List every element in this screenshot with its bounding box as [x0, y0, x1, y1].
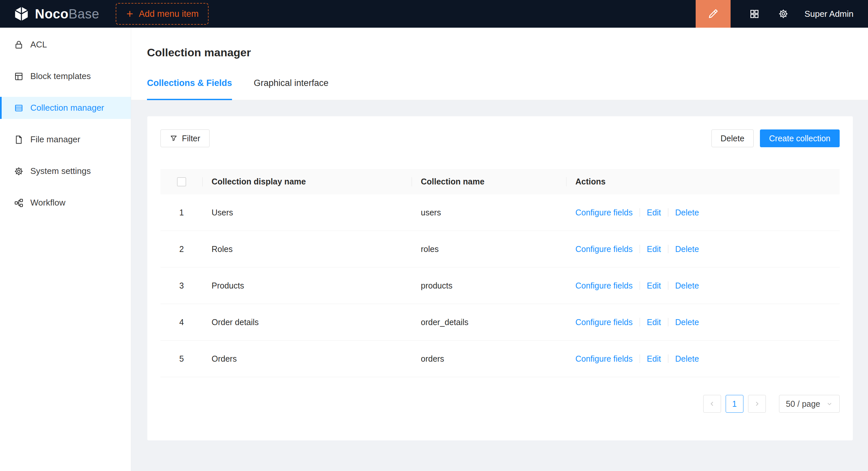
cell-actions: Configure fieldsEditDelete: [566, 281, 840, 291]
cell-actions: Configure fieldsEditDelete: [566, 244, 840, 254]
edit-link[interactable]: Edit: [647, 281, 661, 291]
highlighter-icon: [708, 8, 719, 20]
current-user-menu[interactable]: Super Admin: [804, 9, 854, 19]
delete-link[interactable]: Delete: [675, 244, 699, 254]
page-size-select[interactable]: 50 / page: [779, 395, 840, 413]
sidebar-item-label: File manager: [30, 134, 81, 144]
sidebar-item-label: Block templates: [30, 71, 91, 81]
cell-display-name: Users: [203, 208, 412, 217]
cell-display-name: Products: [203, 281, 412, 291]
create-collection-button-label: Create collection: [769, 134, 831, 143]
configure-fields-link[interactable]: Configure fields: [576, 354, 633, 364]
edit-link[interactable]: Edit: [647, 317, 661, 327]
configure-fields-link[interactable]: Configure fields: [576, 317, 633, 327]
delete-link[interactable]: Delete: [675, 354, 699, 364]
configure-fields-link[interactable]: Configure fields: [576, 281, 633, 291]
cell-collection-name: products: [412, 281, 566, 291]
gear-icon: [14, 166, 24, 176]
cell-display-name: Order details: [203, 317, 412, 327]
appstore-grid-icon: [749, 8, 760, 19]
next-page-button[interactable]: [748, 395, 766, 413]
delete-link[interactable]: Delete: [675, 281, 699, 291]
settings-sidebar: ACL Block templates Collection manager F…: [0, 28, 131, 471]
toolbar-right: Delete Create collection: [711, 129, 840, 147]
header-collection-name: Collection name: [412, 177, 566, 187]
delete-button[interactable]: Delete: [711, 129, 754, 147]
nocobase-logo-icon: [13, 6, 30, 22]
page-header: Collection manager Collections & Fields …: [131, 28, 868, 100]
edit-link[interactable]: Edit: [647, 354, 661, 364]
page-title: Collection manager: [147, 46, 852, 59]
divider: [640, 208, 640, 217]
header-actions: Actions: [566, 177, 840, 187]
filter-funnel-icon: [170, 134, 178, 142]
sidebar-item-workflow[interactable]: Workflow: [0, 192, 131, 214]
plus-icon: [126, 9, 134, 18]
layout-icon: [14, 71, 24, 81]
delete-link[interactable]: Delete: [675, 208, 699, 217]
previous-page-button[interactable]: [703, 395, 721, 413]
card-toolbar: Filter Delete Create collection: [160, 129, 840, 147]
sidebar-item-file-manager[interactable]: File manager: [0, 129, 131, 150]
page-number-button[interactable]: 1: [726, 395, 743, 413]
select-all-checkbox[interactable]: [177, 177, 186, 187]
create-collection-button[interactable]: Create collection: [760, 129, 840, 147]
gear-icon: [778, 8, 788, 19]
sidebar-item-label: System settings: [30, 166, 91, 176]
filter-button[interactable]: Filter: [160, 129, 210, 147]
cell-actions: Configure fieldsEditDelete: [566, 208, 840, 217]
table-icon: [14, 103, 24, 113]
sidebar-item-acl[interactable]: ACL: [0, 34, 131, 56]
sidebar-item-label: ACL: [30, 39, 47, 50]
header-display-name: Collection display name: [203, 177, 412, 187]
delete-button-label: Delete: [721, 134, 744, 143]
add-menu-item-label: Add menu item: [139, 9, 199, 19]
divider: [668, 208, 668, 217]
chevron-left-icon: [709, 400, 716, 407]
sidebar-item-block-templates[interactable]: Block templates: [0, 65, 131, 87]
file-icon: [14, 135, 24, 144]
collections-table: Collection display name Collection name …: [160, 169, 840, 377]
content-area: Filter Delete Create collection Collecti…: [131, 100, 868, 440]
brand: NocoBase: [0, 6, 99, 22]
tab-collections-and-fields[interactable]: Collections & Fields: [147, 78, 232, 100]
table-row: 2 Roles roles Configure fieldsEditDelete: [160, 231, 840, 267]
workflow-partition-icon: [14, 198, 24, 208]
configure-fields-link[interactable]: Configure fields: [576, 244, 633, 254]
chevron-down-icon: [826, 401, 833, 407]
table-row: 5 Orders orders Configure fieldsEditDele…: [160, 341, 840, 377]
brand-name-primary: Noco: [35, 7, 68, 21]
cell-collection-name: roles: [412, 244, 566, 254]
table-row: 4 Order details order_details Configure …: [160, 304, 840, 341]
row-index: 4: [160, 317, 203, 327]
pagination: 1 50 / page: [160, 395, 840, 413]
topbar: NocoBase Add menu item Super Admin: [0, 0, 868, 28]
sidebar-item-collection-manager[interactable]: Collection manager: [0, 97, 131, 119]
collections-card: Filter Delete Create collection Collecti…: [147, 116, 853, 440]
divider: [668, 355, 668, 363]
chevron-right-icon: [753, 400, 761, 407]
divider: [640, 245, 640, 253]
tab-bar: Collections & Fields Graphical interface: [147, 78, 852, 100]
row-index: 2: [160, 244, 203, 254]
tab-graphical-interface[interactable]: Graphical interface: [254, 78, 329, 100]
cell-collection-name: orders: [412, 354, 566, 364]
table-header-row: Collection display name Collection name …: [160, 169, 840, 194]
delete-link[interactable]: Delete: [675, 317, 699, 327]
edit-link[interactable]: Edit: [647, 208, 661, 217]
lock-icon: [14, 40, 24, 50]
ui-editor-button[interactable]: [696, 0, 731, 28]
add-menu-item-button[interactable]: Add menu item: [116, 3, 209, 25]
settings-button[interactable]: [778, 8, 788, 19]
sidebar-item-label: Collection manager: [30, 103, 104, 113]
row-index: 3: [160, 281, 203, 291]
plugins-button[interactable]: [749, 8, 760, 19]
table-row: 1 Users users Configure fieldsEditDelete: [160, 194, 840, 231]
page-size-value: 50 / page: [786, 399, 820, 409]
cell-collection-name: order_details: [412, 317, 566, 327]
sidebar-item-system-settings[interactable]: System settings: [0, 160, 131, 182]
brand-name: NocoBase: [35, 7, 99, 22]
brand-name-secondary: Base: [68, 7, 99, 21]
configure-fields-link[interactable]: Configure fields: [576, 208, 633, 217]
edit-link[interactable]: Edit: [647, 244, 661, 254]
